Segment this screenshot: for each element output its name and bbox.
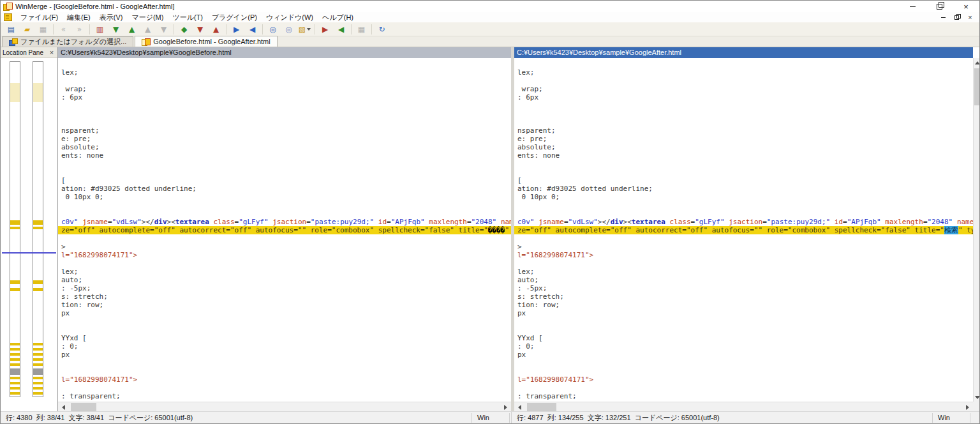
status-bar: 行: 4380 列: 38/41 文字: 38/41 コードページ: 65001…: [1, 411, 980, 423]
mdi-close-button[interactable]: ×: [963, 13, 977, 22]
diff-mark: [10, 368, 20, 375]
window-close-button[interactable]: ×: [953, 1, 979, 12]
toolbar-copy-all-to-right-button[interactable]: ▶: [317, 22, 333, 36]
code-line: l="1682998074171">: [514, 251, 973, 259]
toolbar-diff-context-button[interactable]: ▧: [297, 22, 313, 36]
next-conflict-icon: ▼: [197, 26, 203, 33]
diff-mark: [33, 343, 43, 345]
menu-item-plugins[interactable]: プラグイン(P): [207, 12, 262, 22]
location-pane-header: Location Pane ×: [1, 47, 57, 58]
toolbar-last-difference-button[interactable]: ▼: [156, 22, 172, 36]
code-line: nsparent;: [514, 126, 973, 135]
toolbar-redo-button[interactable]: »: [71, 22, 87, 36]
toolbar-find-button[interactable]: ◎: [265, 22, 281, 36]
code-line: [514, 326, 973, 334]
tab-label: GoogleBefore.html - GoogleAfter.html: [153, 38, 270, 45]
redo-icon: »: [77, 26, 82, 33]
tab-compare[interactable]: GoogleBefore.html - GoogleAfter.html: [135, 36, 277, 47]
mdi-child-icon[interactable]: [4, 13, 12, 21]
toolbar-current-difference-button[interactable]: ◆: [176, 22, 192, 36]
copy-all-to-right-icon: ▶: [322, 26, 328, 33]
diff-mark: [10, 382, 20, 384]
code-line: YYxd [: [514, 334, 973, 342]
toolbar-separator: [351, 24, 352, 34]
menu-item-edit[interactable]: 編集(E): [63, 12, 95, 22]
menu-item-help[interactable]: ヘルプ(H): [318, 12, 358, 22]
right-editor[interactable]: lex; wrap;: 6pxnsparent;e: pre;absolute;…: [514, 58, 973, 402]
left-status-section: 行: 4380 列: 38/41 文字: 38/41 コードページ: 65001…: [1, 412, 511, 423]
code-line: lex;: [58, 68, 511, 77]
options-icon: ▥: [96, 26, 103, 33]
toolbar-undo-button[interactable]: «: [56, 22, 71, 36]
toolbar-options-button[interactable]: ▥: [92, 22, 108, 36]
code-line: px: [514, 351, 973, 359]
menu-item-tools[interactable]: ツール(T): [168, 12, 207, 22]
tab-label: ファイルまたはフォルダの選択...: [20, 37, 126, 47]
minimize-icon: [941, 17, 946, 18]
scroll-down-button[interactable]: [974, 393, 980, 402]
code-line: nsparent;: [58, 126, 511, 135]
toolbar-separator: [371, 24, 372, 34]
code-line: [58, 160, 511, 168]
toolbar-next-difference-button[interactable]: ▼: [108, 22, 124, 36]
right-pane-header[interactable]: C:¥Users¥k5423¥Desktop¥sample¥GoogleAfte…: [514, 47, 973, 58]
code-line: : transparent;: [58, 392, 511, 400]
diff-mark: [10, 387, 20, 390]
refresh-icon: ↻: [378, 26, 385, 33]
code-line: [514, 110, 973, 118]
undo-icon: «: [61, 26, 66, 33]
toolbar-open-button[interactable]: ▰: [19, 22, 35, 36]
toolbar-refresh-button[interactable]: ↻: [374, 22, 390, 36]
window-minimize-button[interactable]: [899, 1, 926, 12]
location-pane-body[interactable]: [1, 58, 57, 413]
diff-mark: [33, 387, 43, 390]
scrollbar-thumb[interactable]: [974, 68, 980, 105]
code-line: [58, 209, 511, 218]
code-line: [58, 359, 511, 367]
scrollbar-thumb[interactable]: [71, 403, 96, 412]
toolbar-generate-report-button[interactable]: ▦: [353, 22, 369, 36]
menu-item-file[interactable]: ファイル(F): [16, 12, 63, 22]
toolbar-find-in-files-button[interactable]: ◎: [281, 22, 297, 36]
toolbar-copy-to-left-button[interactable]: ◀: [244, 22, 260, 36]
arrow-left-icon: [62, 405, 65, 410]
code-line: [514, 359, 973, 367]
toolbar-save-button[interactable]: ▦: [35, 22, 51, 36]
toolbar-separator: [226, 24, 226, 34]
scroll-up-button[interactable]: [974, 58, 980, 67]
toolbar-copy-all-to-left-button[interactable]: ◀: [333, 22, 349, 36]
window-restore-button[interactable]: [926, 1, 953, 12]
location-bar-0[interactable]: [10, 61, 20, 397]
left-status-position: 行: 4380 列: 38/41 文字: 38/41 コードページ: 65001…: [1, 413, 193, 423]
toolbar-copy-to-right-button[interactable]: ▶: [228, 22, 244, 36]
code-line: [58, 102, 511, 110]
mdi-minimize-button[interactable]: [937, 13, 950, 22]
folder-select-icon: [9, 38, 17, 45]
winmerge-app-icon: [3, 3, 12, 10]
mdi-restore-button[interactable]: [950, 13, 963, 22]
toolbar-next-conflict-button[interactable]: ▼: [192, 22, 208, 36]
code-line: lex;: [58, 268, 511, 276]
tab-select-files[interactable]: ファイルまたはフォルダの選択...: [2, 36, 133, 47]
file-open-dialog-icon: ▤: [8, 26, 15, 33]
menu-item-window[interactable]: ウィンドウ(W): [262, 12, 318, 22]
menu-item-view[interactable]: 表示(V): [95, 12, 128, 22]
diff-mark: [33, 392, 43, 395]
location-bar-1[interactable]: [33, 61, 43, 397]
location-pane-close-button[interactable]: ×: [48, 49, 56, 56]
vertical-scrollbar[interactable]: [973, 58, 980, 402]
left-editor[interactable]: lex; wrap;: 6pxnsparent;e: pre;absolute;…: [58, 58, 511, 402]
generate-report-icon: ▦: [358, 26, 365, 33]
scrollbar-thumb[interactable]: [527, 403, 556, 412]
code-line: [58, 201, 511, 209]
toolbar-first-difference-button[interactable]: ▲: [140, 22, 156, 36]
code-line: : 6px: [514, 93, 973, 102]
menu-item-merge[interactable]: マージ(M): [127, 12, 168, 22]
toolbar-previous-difference-button[interactable]: ▲: [124, 22, 140, 36]
toolbar-previous-conflict-button[interactable]: ▲: [208, 22, 224, 36]
code-line: l="1682998074171">: [58, 251, 511, 259]
left-pane-header[interactable]: C:¥Users¥k5423¥Desktop¥sample¥GoogleBefo…: [58, 47, 511, 58]
code-line: tion: row;: [58, 301, 511, 309]
code-line: YYxd [: [58, 334, 511, 342]
toolbar-file-open-dialog-button[interactable]: ▤: [3, 22, 19, 36]
